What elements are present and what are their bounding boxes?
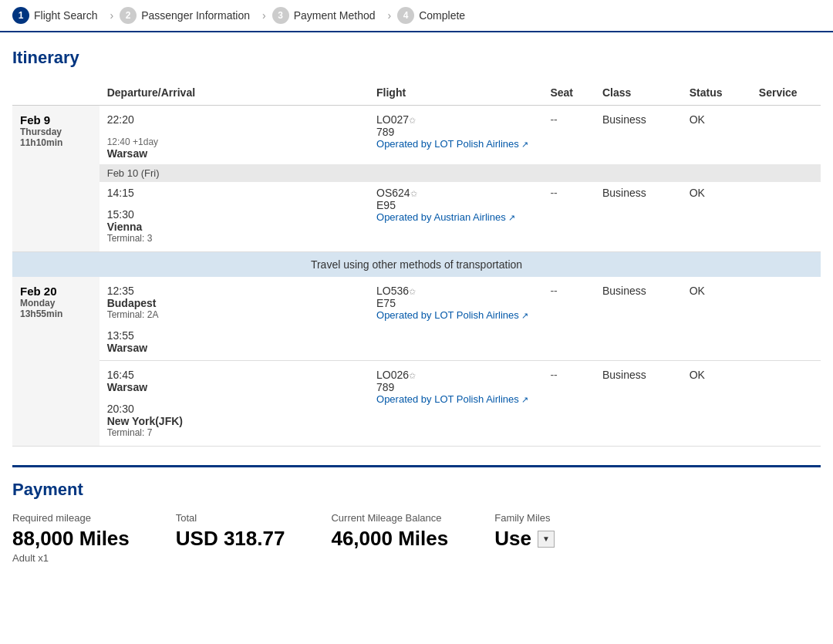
operated-lo536: Operated by LOT Polish Airlines ↗ <box>376 309 535 321</box>
section-separator <box>12 465 821 467</box>
use-label: Use <box>494 527 531 551</box>
arr-time-lo027: 12:40 +1day <box>107 137 158 147</box>
class-lo027: Business <box>595 106 682 165</box>
seat-lo027: -- <box>542 106 595 165</box>
step-4-label: Complete <box>419 9 465 22</box>
steps-bar: 1 Flight Search › 2 Passenger Informatio… <box>0 0 833 32</box>
step-2[interactable]: 2 Passenger Information <box>120 7 250 24</box>
operated-link-lo536[interactable]: Operated by LOT Polish Airlines ↗ <box>376 309 528 321</box>
step-4-num: 4 <box>397 7 414 24</box>
step-3-num: 3 <box>272 7 289 24</box>
service-lo027 <box>751 106 821 165</box>
operated-os624: Operated by Austrian Airlines ↗ <box>376 211 535 223</box>
step-2-num: 2 <box>120 7 137 24</box>
class-lo536: Business <box>595 277 682 361</box>
mileage-label: Required mileage <box>12 512 130 524</box>
operated-lo027: Operated by LOT Polish Airlines ↗ <box>376 138 535 150</box>
step-1[interactable]: 1 Flight Search <box>12 7 97 24</box>
table-row: 16:45 Warsaw LO026 ✩ 789 Operated by LOT… <box>12 361 821 399</box>
mileage-value: 88,000 Miles <box>12 527 130 551</box>
sub-date-cell-feb10: Feb 10 (Fri) <box>99 164 821 182</box>
step-separator-2: › <box>262 9 266 22</box>
col-service: Service <box>751 80 821 106</box>
balance-value: 46,000 Miles <box>331 527 448 551</box>
itinerary-header: Departure/Arrival Flight Seat Class Stat… <box>12 80 821 106</box>
duration-feb20: 13h55min <box>20 309 92 319</box>
dep-time-lo536: 12:35 Budapest Terminal: 2A <box>99 277 369 325</box>
date-cell-feb9: Feb 9 Thursday 11h10min <box>12 106 99 183</box>
col-date <box>12 80 99 106</box>
col-seat: Seat <box>542 80 595 106</box>
seat-lo026: -- <box>542 361 595 447</box>
star-lo536: ✩ <box>409 287 416 297</box>
flight-info-lo027: LO027 ✩ 789 Operated by LOT Polish Airli… <box>369 106 542 165</box>
empty-date-os624b <box>12 204 99 252</box>
table-row: Feb 20 Monday 13h55min 12:35 Budapest Te… <box>12 277 821 325</box>
payment-grid: Required mileage 88,000 Miles Adult x1 T… <box>12 512 821 572</box>
col-flight: Flight <box>369 80 542 106</box>
table-row: 14:15 OS624 ✩ E95 Operated by Austrian A… <box>12 182 821 204</box>
payment-title: Payment <box>12 480 821 500</box>
step-4[interactable]: 4 Complete <box>397 7 465 24</box>
arr-lo026: 20:30 New York(JFK) Terminal: 7 <box>99 398 369 447</box>
arr-lo536: 13:55 Warsaw <box>99 325 369 361</box>
payment-balance-col: Current Mileage Balance 46,000 Miles <box>331 512 448 551</box>
step-2-label: Passenger Information <box>141 9 250 22</box>
status-lo026: OK <box>682 361 751 447</box>
total-label: Total <box>176 512 285 524</box>
balance-label: Current Mileage Balance <box>331 512 448 524</box>
date-cell-feb20: Feb 20 Monday 13h55min <box>12 277 99 447</box>
step-3[interactable]: 3 Payment Method <box>272 7 376 24</box>
class-lo026: Business <box>595 361 682 447</box>
dep-time-val-lo027: 22:20 <box>107 113 361 126</box>
flight-num-lo027: LO027 ✩ <box>376 113 535 126</box>
payment-mileage-col: Required mileage 88,000 Miles Adult x1 <box>12 512 130 564</box>
arr-lo027: 12:40 +1day Warsaw <box>99 130 369 164</box>
travel-banner-text: Travel using other methods of transporta… <box>12 252 821 278</box>
col-departure-arrival: Departure/Arrival <box>99 80 369 106</box>
flight-info-lo536: LO536 ✩ E75 Operated by LOT Polish Airli… <box>369 277 542 361</box>
service-lo536 <box>751 277 821 361</box>
flight-num-lo536: LO536 ✩ <box>376 285 535 297</box>
status-os624: OK <box>682 182 751 252</box>
aircraft-lo536: E75 <box>376 297 535 309</box>
table-row: Feb 9 Thursday 11h10min 22:20 LO027 ✩ 78… <box>12 106 821 131</box>
col-status: Status <box>682 80 751 106</box>
date-feb9: Feb 9 <box>20 113 92 126</box>
arr-os624: 15:30 Vienna Terminal: 3 <box>99 204 369 252</box>
step-1-label: Flight Search <box>34 9 97 22</box>
operated-link-lo026[interactable]: Operated by LOT Polish Airlines ↗ <box>376 393 528 405</box>
seat-lo536: -- <box>542 277 595 361</box>
family-label: Family Miles <box>494 512 555 524</box>
day-feb9: Thursday <box>20 126 92 137</box>
travel-banner: Travel using other methods of transporta… <box>12 252 821 278</box>
family-miles-dropdown[interactable]: ▼ <box>538 531 555 548</box>
service-os624 <box>751 182 821 252</box>
star-lo026: ✩ <box>409 371 416 381</box>
day-feb20: Monday <box>20 298 92 309</box>
service-lo026 <box>751 361 821 447</box>
operated-link-lo027[interactable]: Operated by LOT Polish Airlines ↗ <box>376 138 528 150</box>
flight-num-lo026: LO026 ✩ <box>376 369 535 381</box>
date-feb20: Feb 20 <box>20 285 92 298</box>
aircraft-os624: E95 <box>376 199 535 211</box>
dep-lo026: 16:45 Warsaw <box>99 361 369 399</box>
star-lo027: ✩ <box>409 116 416 126</box>
status-lo536: OK <box>682 277 751 361</box>
flight-info-lo026: LO026 ✩ 789 Operated by LOT Polish Airli… <box>369 361 542 447</box>
class-os624: Business <box>595 182 682 252</box>
operated-link-os624[interactable]: Operated by Austrian Airlines ↗ <box>376 211 515 223</box>
step-separator-3: › <box>388 9 392 22</box>
dep-time-os624: 14:15 <box>99 182 369 204</box>
itinerary-table: Departure/Arrival Flight Seat Class Stat… <box>12 80 821 447</box>
itinerary-title: Itinerary <box>12 48 821 68</box>
mileage-sub: Adult x1 <box>12 552 130 564</box>
flight-info-os624: OS624 ✩ E95 Operated by Austrian Airline… <box>369 182 542 252</box>
col-class: Class <box>595 80 682 106</box>
total-value: USD 318.77 <box>176 527 285 551</box>
flight-num-os624: OS624 ✩ <box>376 187 535 199</box>
sub-date-feb10: Feb 10 (Fri) <box>12 164 821 182</box>
step-1-num: 1 <box>12 7 29 24</box>
star-os624: ✩ <box>410 189 417 199</box>
dep-time-lo027: 22:20 <box>99 106 369 131</box>
